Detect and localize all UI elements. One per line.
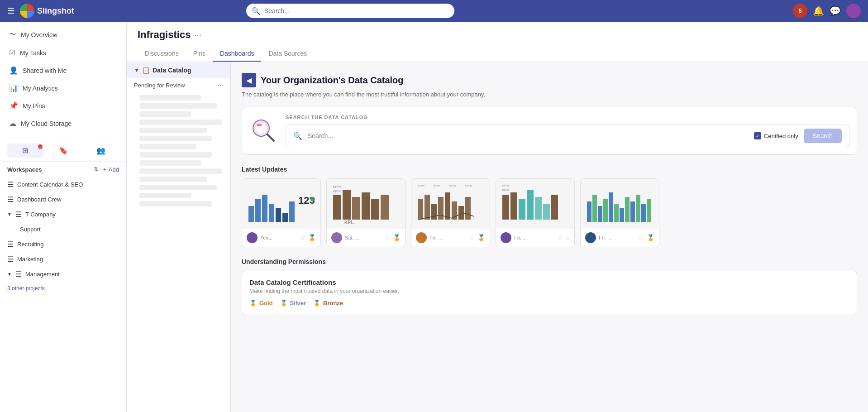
sidebar-item-my-cloud-storage[interactable]: ☁ My Cloud Storage	[0, 115, 126, 132]
workspace-name: Dashboard Crew	[17, 196, 108, 203]
certified-only-toggle[interactable]: ✓ Certified only	[754, 132, 798, 139]
workspaces-label: Workspaces	[7, 166, 42, 173]
ws-tab-layers[interactable]: ⊞ •	[7, 144, 43, 158]
svg-rect-33	[465, 197, 471, 220]
svg-rect-48	[614, 204, 619, 222]
workspace-more-icon[interactable]: ⋯	[194, 31, 201, 39]
ws-tab-bookmark[interactable]: 🔖	[45, 144, 81, 158]
analytics-icon: 📊	[9, 84, 18, 92]
latest-updates-label: Latest Updates	[242, 166, 857, 173]
search-input[interactable]	[264, 7, 449, 14]
catalog-card-2[interactable]: KPI% KPI% KPI...	[326, 178, 405, 247]
card-medal-5[interactable]: 🏅	[647, 234, 654, 241]
catalog-search-button[interactable]: Search	[804, 129, 842, 143]
workspace-sub-item-support[interactable]: Support ⋯	[0, 222, 126, 237]
catalog-card-4[interactable]: KPI% KPI%	[496, 178, 575, 247]
svg-rect-6	[262, 195, 267, 222]
data-catalog-folder[interactable]: ▼ 📋 Data Catalog	[127, 62, 230, 78]
catalog-card-3[interactable]: KPI% KPI% KPI% KPI%	[411, 178, 490, 247]
catalog-card-5[interactable]: Fri, ... ☆ 🏅	[580, 178, 659, 247]
add-workspace-btn[interactable]: ＋ Add	[102, 165, 119, 173]
card-medal-1[interactable]: 🏅	[308, 234, 316, 241]
workspace-name: Recruiting	[17, 241, 108, 248]
sidebar-item-my-tasks[interactable]: ☑ My Tasks	[0, 44, 126, 62]
svg-rect-4	[248, 206, 254, 222]
layers-icon: ☰	[7, 180, 14, 189]
sort-workspaces-btn[interactable]: ⇅	[94, 166, 98, 172]
workspace-item-content-calendar[interactable]: ☰ Content Calendar & SEO ⋯	[0, 177, 126, 192]
svg-text:KPI%: KPI%	[502, 189, 510, 192]
search-section-label: SEARCH THE DATA CATALOG	[286, 115, 849, 120]
bronze-badge[interactable]: 🏅 Bronze	[313, 300, 343, 307]
svg-text:KPI%: KPI%	[449, 184, 457, 187]
gold-badge[interactable]: 🏅 Gold	[249, 300, 273, 307]
chevron-down-icon: ▼	[7, 212, 12, 217]
notifications-icon[interactable]: 5	[793, 4, 807, 18]
search-icon: 🔍	[252, 7, 261, 15]
card-medal-4[interactable]: ○	[566, 234, 570, 241]
card-preview-1: 123	[242, 179, 320, 229]
tab-pins[interactable]: Pins	[186, 46, 213, 62]
tab-data-sources[interactable]: Data Sources	[261, 46, 314, 62]
sidebar: 〜 My Overview ☑ My Tasks 👤 Shared with M…	[0, 22, 127, 412]
svg-rect-52	[636, 195, 640, 222]
card-star-2[interactable]: ☆	[384, 234, 390, 241]
tab-dashboards[interactable]: Dashboards	[213, 46, 262, 62]
card-medal-3[interactable]: 🏅	[477, 234, 485, 241]
search-icon: 🔍	[293, 132, 302, 140]
svg-rect-9	[282, 213, 288, 222]
blurred-item	[139, 160, 201, 166]
card-footer-5: Fri, ... ☆ 🏅	[581, 229, 659, 247]
silver-badge[interactable]: 🏅 Silver	[280, 300, 306, 307]
chat-icon[interactable]: 💬	[830, 5, 841, 16]
workspace-item-management[interactable]: ▼ ☰ Management ⋯	[0, 267, 126, 282]
workspace-name: Support	[20, 226, 41, 233]
svg-rect-17	[352, 197, 360, 220]
workspace-name: T Company	[25, 211, 108, 218]
blurred-item	[139, 177, 207, 182]
sidebar-item-shared-with-me[interactable]: 👤 Shared with Me	[0, 62, 126, 79]
svg-rect-19	[371, 199, 379, 220]
card-date-5: Fri, ...	[599, 235, 635, 240]
card-date-4: Fri, ...	[514, 235, 555, 240]
main-layout: 〜 My Overview ☑ My Tasks 👤 Shared with M…	[0, 22, 868, 412]
app-name: Slingshot	[37, 6, 74, 16]
bell-icon[interactable]: 🔔	[813, 5, 824, 16]
card-star-4[interactable]: ☆	[558, 234, 563, 241]
card-star-5[interactable]: ☆	[638, 234, 644, 241]
catalog-panel: ◀ Your Organization's Data Catalog The c…	[231, 62, 868, 412]
pending-more-icon[interactable]: ⋯	[217, 82, 223, 89]
catalog-card-1[interactable]: 123 Yest... ☆ 🏅	[242, 178, 321, 247]
tab-discussions[interactable]: Discussions	[138, 46, 186, 62]
workspace-item-t-company[interactable]: ▼ ☰ T Company ⋯	[0, 207, 126, 222]
global-search[interactable]: 🔍	[246, 4, 454, 18]
blurred-item	[139, 120, 222, 125]
catalog-search-input[interactable]	[308, 132, 749, 139]
certif-badges: 🏅 Gold 🏅 Silver 🏅 Bronze	[249, 300, 849, 307]
hamburger-icon[interactable]: ☰	[7, 6, 14, 16]
sidebar-item-my-analytics[interactable]: 📊 My Analytics	[0, 79, 126, 97]
sidebar-item-label-my-cloud-storage: My Cloud Storage	[21, 120, 72, 127]
workspace-name: Content Calendar & SEO	[17, 181, 108, 188]
card-medal-2[interactable]: 🏅	[393, 234, 401, 241]
workspace-item-marketing[interactable]: ☰ Marketing ⋯	[0, 252, 126, 267]
user-avatar[interactable]	[846, 4, 861, 18]
card-avatar-3	[416, 232, 427, 243]
sidebar-item-my-pins[interactable]: 📌 My Pins	[0, 97, 126, 115]
notification-avatar: 5	[793, 4, 807, 18]
card-star-1[interactable]: ☆	[300, 234, 305, 241]
workspace-item-dashboard-crew[interactable]: ☰ Dashboard Crew ⋯	[0, 192, 126, 207]
catalog-description: The catalog is the place where you can f…	[242, 91, 857, 98]
ws-tab-users[interactable]: 👥	[83, 144, 119, 158]
svg-rect-28	[431, 204, 437, 220]
svg-rect-51	[630, 201, 635, 222]
workspace-item-recruiting[interactable]: ☰ Recruiting ⋯	[0, 237, 126, 252]
other-projects-link[interactable]: 3 other projects	[0, 282, 126, 295]
sidebar-item-my-overview[interactable]: 〜 My Overview	[0, 25, 126, 44]
catalog-title: Your Organization's Data Catalog	[261, 75, 404, 86]
blurred-item	[139, 152, 212, 158]
blurred-item	[139, 103, 217, 109]
card-date-2: Sat, ...	[345, 235, 382, 240]
gold-label: Gold	[259, 300, 273, 307]
card-star-3[interactable]: ☆	[469, 234, 475, 241]
